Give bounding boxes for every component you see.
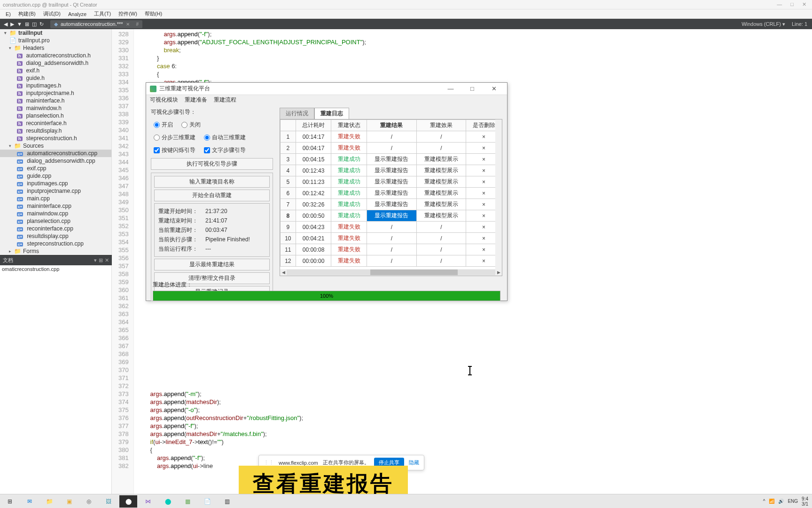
line-indicator[interactable]: Line: 1 <box>792 21 807 27</box>
open-docs-list[interactable]: omaticreconstruction.cpp <box>0 265 112 494</box>
docs-close-icon[interactable]: ✕ <box>105 257 109 263</box>
menu-item[interactable]: 工具(T) <box>90 10 115 17</box>
start-button[interactable]: ⊞ <box>1 495 19 508</box>
source-file[interactable]: mainwindow.cpp <box>0 210 111 217</box>
table-row[interactable]: 800:00:50重建成功显示重建报告重建模型展示× <box>281 210 502 222</box>
hide-share-button[interactable]: 隐藏 <box>409 459 419 466</box>
source-file[interactable]: inputimages.cpp <box>0 180 111 187</box>
menu-item[interactable]: Analyze <box>64 11 90 17</box>
table-header[interactable]: 重建状态 <box>331 120 367 131</box>
dialog-maximize[interactable]: □ <box>463 83 482 95</box>
radio-auto[interactable]: 自动三维重建 <box>204 134 246 142</box>
header-file[interactable]: automaticreconstruction.h <box>0 52 111 59</box>
editor-tab[interactable]: ◆ automaticreconstruction.*** ✕ # <box>50 20 142 28</box>
menu-item[interactable]: E) <box>2 11 15 17</box>
header-file[interactable]: maininterface.h <box>0 97 111 104</box>
table-row[interactable]: 1100:00:08重建失败//× <box>281 244 502 255</box>
dialog-menu-item[interactable]: 可视化模块 <box>150 96 178 104</box>
taskbar-app[interactable]: ◎ <box>80 495 98 508</box>
tab-run-status[interactable]: 运行情况 <box>280 108 314 119</box>
header-file[interactable]: reconinterface.h <box>0 119 111 127</box>
exec-guide-button[interactable]: 执行可视化引导步骤 <box>151 158 273 170</box>
source-file[interactable]: planselection.cpp <box>0 217 111 225</box>
header-file[interactable]: stepreconstruction.h <box>0 135 111 142</box>
project-root[interactable]: ▾📁 trailInput <box>0 29 111 37</box>
source-file[interactable]: inputprojectname.cpp <box>0 187 111 195</box>
source-file[interactable]: automaticreconstruction.cpp <box>0 150 111 157</box>
source-file[interactable]: exif.cpp <box>0 165 111 172</box>
source-file[interactable]: stepreconstruction.cpp <box>0 240 111 247</box>
menu-item[interactable]: 控件(W) <box>115 10 141 17</box>
check-key-input[interactable] <box>154 147 160 153</box>
start-auto-button[interactable]: 开始全自动重建 <box>154 190 270 201</box>
folder-headers[interactable]: ▾📁 Headers <box>0 44 111 52</box>
tab-rebuild-log[interactable]: 重建日志 <box>314 108 349 119</box>
tray-icon[interactable]: 🔊 <box>778 499 784 504</box>
share-handle-icon[interactable]: ⋮⋮ <box>264 460 274 466</box>
dialog-close[interactable]: ✕ <box>484 83 503 95</box>
tray-expand-icon[interactable]: ^ <box>763 499 765 504</box>
show-result-button[interactable]: 显示最终重建结果 <box>154 259 270 270</box>
menu-item[interactable]: 帮助(H) <box>141 10 166 17</box>
dialog-menu-item[interactable]: 重建流程 <box>214 96 236 104</box>
header-file[interactable]: dialog_addsensorwidth.h <box>0 59 111 67</box>
radio-auto-input[interactable] <box>204 135 210 141</box>
menu-item[interactable]: 调试(D) <box>39 10 64 17</box>
docs-dropdown-icon[interactable]: ▾ <box>94 257 97 263</box>
project-tree[interactable]: ▾📁 trailInput 📄 trailInput.pro ▾📁 Header… <box>0 29 112 255</box>
taskbar-app[interactable]: ▣ <box>60 495 78 508</box>
table-row[interactable]: 300:04:15重建成功显示重建报告重建模型展示× <box>281 154 502 165</box>
log-table-wrap[interactable]: 总计耗时重建状态重建结果重建效果是否删除 100:14:17重建失败//×200… <box>280 119 502 276</box>
project-file[interactable]: 📄 trailInput.pro <box>0 37 111 44</box>
source-file[interactable]: resultdisplay.cpp <box>0 232 111 240</box>
source-file[interactable]: maininterface.cpp <box>0 202 111 210</box>
table-row[interactable]: 100:14:17重建失败//× <box>281 131 502 143</box>
source-file[interactable]: dialog_addsensorwidth.cpp <box>0 157 111 165</box>
sync-icon[interactable]: ↻ <box>39 21 44 27</box>
tray-clock[interactable]: 9:43/1 <box>802 496 808 507</box>
folder-forms[interactable]: ▸📁 Forms <box>0 247 111 255</box>
taskbar-app[interactable]: 🖼 <box>100 495 117 508</box>
table-row[interactable]: 1000:04:21重建失败//× <box>281 233 502 244</box>
bookmark-icon[interactable]: ◫ <box>32 21 37 27</box>
table-row[interactable]: 600:12:42重建成功显示重建报告重建模型展示× <box>281 188 502 199</box>
docs-split-icon[interactable]: ⊞ <box>99 257 103 263</box>
source-file[interactable]: guide.cpp <box>0 172 111 180</box>
radio-step[interactable]: 分步三维重建 <box>154 134 195 142</box>
taskbar-app[interactable]: ⬤ <box>119 495 137 508</box>
window-close[interactable]: ✕ <box>802 1 806 8</box>
radio-off[interactable]: 关闭 <box>181 121 201 129</box>
radio-off-input[interactable] <box>181 122 187 128</box>
nav-fwd-icon[interactable]: ▶ <box>10 21 14 27</box>
check-text[interactable]: 文字步骤引导 <box>204 146 246 154</box>
tray-lang[interactable]: ENG <box>788 499 798 504</box>
input-name-button[interactable]: 输入重建项目名称 <box>154 176 270 188</box>
taskbar-app[interactable]: ✉ <box>21 495 39 508</box>
table-row[interactable]: 200:04:17重建失败//× <box>281 143 502 154</box>
check-text-input[interactable] <box>204 147 210 153</box>
taskbar-app[interactable]: ⬤ <box>159 495 177 508</box>
folder-sources[interactable]: ▾📁 Sources <box>0 142 111 150</box>
dialog-minimize[interactable]: — <box>441 83 460 95</box>
taskbar-app[interactable]: 📁 <box>40 495 58 508</box>
window-minimize[interactable]: — <box>777 1 782 8</box>
table-row[interactable]: 400:12:43重建成功显示重建报告重建模型展示× <box>281 165 502 176</box>
header-file[interactable]: mainwindow.h <box>0 104 111 112</box>
header-file[interactable]: planselection.h <box>0 112 111 119</box>
check-key[interactable]: 按键闪烁引导 <box>154 146 195 154</box>
table-header[interactable]: 总计耗时 <box>296 120 331 131</box>
header-file[interactable]: inputprojectname.h <box>0 89 111 97</box>
table-header[interactable]: 重建结果 <box>367 120 417 131</box>
window-maximize[interactable]: □ <box>790 1 794 8</box>
tab-close-icon[interactable]: ✕ <box>126 22 130 27</box>
header-file[interactable]: exif.h <box>0 67 111 74</box>
header-file[interactable]: resultdisplay.h <box>0 127 111 135</box>
source-file[interactable]: main.cpp <box>0 195 111 202</box>
split-icon[interactable]: ⊞ <box>25 21 29 27</box>
menu-item[interactable]: 构建(B) <box>15 10 39 17</box>
nav-back-icon[interactable]: ◀ <box>4 21 8 27</box>
header-file[interactable]: inputimages.h <box>0 82 111 89</box>
table-row[interactable]: 500:11:23重建成功显示重建报告重建模型展示× <box>281 176 502 188</box>
horizontal-scrollbar[interactable]: ◀▶ <box>280 269 502 276</box>
dialog-menu-item[interactable]: 重建准备 <box>185 96 207 104</box>
